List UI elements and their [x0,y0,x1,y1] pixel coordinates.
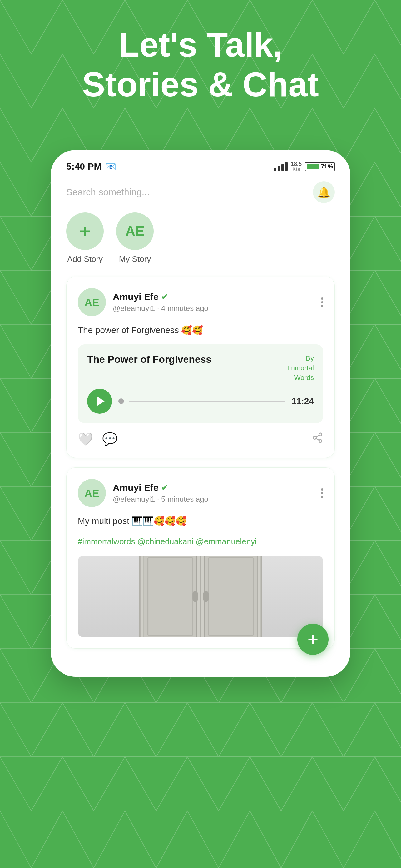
svg-marker-174 [312,703,375,757]
svg-line-212 [316,435,319,437]
hero-title: Let's Talk, Stories & Chat [0,25,401,104]
svg-rect-215 [144,556,196,637]
notification-bell[interactable]: 🔔 [313,181,335,203]
svg-line-211 [316,439,319,440]
svg-marker-192 [219,757,281,811]
share-button-1[interactable] [312,432,323,446]
post-user-1: AE Amuyi Efe ✔ @efeamuyi1 · 4 minutes ag… [78,288,208,316]
svg-marker-186 [250,757,312,811]
svg-marker-177 [94,703,156,757]
svg-marker-45 [375,162,401,216]
svg-marker-180 [281,703,343,757]
svg-marker-196 [63,811,125,868]
battery-icon: 71 % [305,162,335,171]
svg-marker-204 [156,811,219,868]
svg-marker-103 [343,378,401,432]
svg-rect-219 [192,591,198,602]
svg-marker-175 [375,703,401,757]
svg-marker-194 [343,757,401,811]
add-story-label: Add Story [67,254,103,264]
svg-marker-207 [343,811,401,868]
svg-marker-182 [0,757,63,811]
play-icon-1 [97,396,105,406]
svg-marker-187 [312,757,375,811]
svg-marker-178 [156,703,219,757]
svg-marker-183 [63,757,125,811]
post-image-2 [78,556,323,637]
post-user-info-2: Amuyi Efe ✔ @efeamuyi1 · 5 minutes ago [113,483,208,504]
progress-bar-1[interactable] [119,398,285,404]
post-card-1: AE Amuyi Efe ✔ @efeamuyi1 · 4 minutes ag… [66,277,335,458]
more-menu-1[interactable] [321,298,323,307]
svg-marker-176 [31,703,94,757]
signal-indicator [274,162,288,171]
svg-marker-195 [0,811,63,868]
comment-button-1[interactable]: 💬 [102,432,118,446]
svg-marker-129 [343,487,401,540]
svg-marker-201 [375,811,401,868]
hero-section: Let's Talk, Stories & Chat [0,25,401,104]
svg-marker-123 [375,487,401,540]
svg-marker-185 [188,757,250,811]
svg-marker-205 [219,811,281,868]
svg-marker-77 [343,270,401,324]
svg-marker-51 [343,162,401,216]
post-user-2: AE Amuyi Efe ✔ @efeamuyi1 · 5 minutes ag… [78,479,208,507]
post-tags-2[interactable]: #immortalwords @chineduakani @emmanuelen… [78,535,323,548]
audio-card-header-1: The Power of Forgiveness By Immortal Wor… [87,354,314,382]
more-menu-2[interactable] [321,488,323,498]
add-story-avatar: + [66,213,104,250]
svg-marker-173 [250,703,312,757]
svg-marker-200 [312,811,375,868]
play-button-1[interactable] [87,389,112,414]
post-username-1: Amuyi Efe ✔ [113,291,208,302]
post-username-2: Amuyi Efe ✔ [113,483,208,493]
svg-marker-189 [31,757,94,811]
svg-marker-64 [343,216,401,270]
svg-marker-188 [375,757,401,811]
svg-marker-193 [281,757,343,811]
like-button-1[interactable]: 🤍 [78,432,93,446]
svg-marker-110 [375,432,401,487]
svg-marker-90 [343,324,401,378]
post-avatar-1: AE [78,288,106,316]
post-text-2: My multi post 🎹🎹🥰🥰🥰 [78,515,323,528]
svg-marker-190 [94,757,156,811]
verified-badge-2: ✔ [161,483,168,493]
fab-button[interactable]: + [297,624,329,655]
story-item-my[interactable]: AE My Story [116,213,154,264]
bell-icon: 🔔 [317,186,330,198]
svg-marker-203 [94,811,156,868]
svg-marker-136 [375,540,401,595]
story-item-add[interactable]: + Add Story [66,213,104,264]
svg-marker-184 [125,757,188,811]
audio-duration-1: 11:24 [291,396,314,406]
verified-badge-1: ✔ [161,292,168,302]
fab-icon: + [307,628,318,650]
post-header-2: AE Amuyi Efe ✔ @efeamuyi1 · 5 minutes ag… [78,479,323,507]
progress-dot-1 [119,398,124,404]
svg-rect-216 [205,556,257,637]
progress-line-1 [129,401,285,402]
svg-marker-170 [63,703,125,757]
post-actions-1: 🤍 💬 [78,432,323,446]
svg-marker-181 [343,703,401,757]
svg-marker-58 [375,216,401,270]
svg-marker-172 [188,703,250,757]
audio-author-1: By Immortal Words [287,354,314,382]
svg-marker-71 [375,270,401,324]
post-handle-2: @efeamuyi1 · 5 minutes ago [113,495,208,504]
svg-marker-171 [125,703,188,757]
svg-marker-84 [375,324,401,378]
post-actions-left-1: 🤍 💬 [78,432,118,446]
audio-card-1: The Power of Forgiveness By Immortal Wor… [78,344,323,423]
status-icon: 📧 [105,161,116,172]
post-handle-1: @efeamuyi1 · 4 minutes ago [113,304,208,313]
svg-marker-198 [188,811,250,868]
post-avatar-2: AE [78,479,106,507]
svg-marker-26 [0,108,63,162]
status-time: 5:40 PM [66,161,101,172]
search-input[interactable]: Search something... [66,187,313,197]
svg-marker-206 [281,811,343,868]
status-bar: 5:40 PM 📧 18.5 K/s 71 % [51,150,350,178]
